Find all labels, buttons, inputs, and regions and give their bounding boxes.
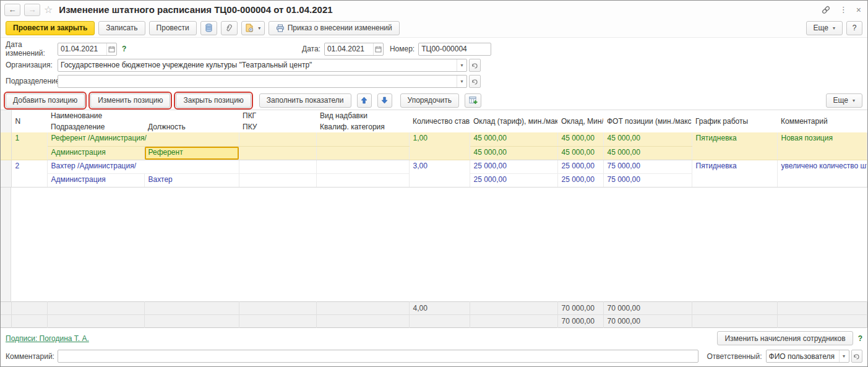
bonus-cell[interactable]: [316, 132, 409, 146]
fot-max-cell[interactable]: 45 000,00: [603, 146, 692, 160]
col-header-pkg[interactable]: ПКГ: [239, 110, 316, 121]
pick-from-list-button[interactable]: [465, 93, 481, 108]
document-register-button[interactable]: [200, 21, 217, 35]
comment-cell[interactable]: увеличено количество штатных единиц (+2): [777, 160, 867, 187]
pku-cell[interactable]: [239, 173, 316, 187]
col-header-dept[interactable]: Подразделение: [47, 121, 144, 132]
dept-cell[interactable]: Администрация: [47, 146, 144, 160]
qty-cell[interactable]: 1,00: [409, 132, 470, 160]
department-open-button[interactable]: [469, 75, 481, 88]
post-and-close-button[interactable]: Провести и закрыть: [6, 21, 95, 35]
position-cell[interactable]: Вахтер: [144, 173, 239, 187]
change-date-help-link[interactable]: ?: [122, 45, 126, 53]
col-header-position[interactable]: Должность: [144, 121, 239, 132]
change-date-field[interactable]: [58, 43, 117, 56]
change-date-input[interactable]: [58, 44, 106, 54]
schedule-cell[interactable]: Пятидневка: [692, 160, 777, 187]
fot-min-cell[interactable]: 75 000,00: [603, 160, 692, 173]
table-row[interactable]: 2 Вахтер /Администрация/ 3,00 25 000,00 …: [1, 160, 867, 173]
organization-field[interactable]: ▾: [58, 59, 467, 72]
salary-max-cell[interactable]: 25 000,00: [557, 173, 603, 187]
change-accruals-button[interactable]: Изменить начисления сотрудников: [717, 331, 853, 345]
tariff-min-cell[interactable]: 25 000,00: [470, 160, 557, 173]
col-header-qual[interactable]: Квалиф. категория: [316, 121, 409, 132]
move-up-button[interactable]: [357, 93, 372, 108]
move-down-button[interactable]: [377, 93, 392, 108]
tariff-max-cell[interactable]: 45 000,00: [470, 146, 557, 160]
comment-cell[interactable]: Новая позиция: [777, 132, 867, 160]
back-button[interactable]: ←: [4, 4, 20, 16]
col-header-qty[interactable]: Количество ставок: [409, 110, 470, 132]
col-header-name[interactable]: Наименование: [47, 110, 239, 121]
salary-max-cell[interactable]: 45 000,00: [557, 146, 603, 160]
qual-cell[interactable]: [316, 146, 409, 160]
signatures-link[interactable]: Подписи: Погодина Т. А.: [6, 334, 89, 343]
date-field[interactable]: [324, 43, 384, 56]
close-position-button[interactable]: Закрыть позицию: [176, 93, 251, 108]
kebab-menu-icon[interactable]: ⋮: [840, 5, 848, 14]
pkg-cell[interactable]: [239, 132, 316, 146]
col-header-fot[interactable]: ФОТ позиции (мин./макс.): [603, 110, 692, 132]
order-button[interactable]: Упорядочить: [400, 93, 459, 108]
create-based-on-button[interactable]: ▾: [241, 21, 265, 35]
organization-input[interactable]: [58, 60, 457, 71]
print-order-button[interactable]: Приказ о внесении изменений: [269, 21, 400, 35]
pku-cell[interactable]: [239, 146, 316, 160]
department-input[interactable]: [58, 76, 457, 87]
col-header-pku[interactable]: ПКУ: [239, 121, 316, 132]
attachments-button[interactable]: [221, 21, 238, 35]
row-number[interactable]: 2: [11, 160, 47, 187]
table-row[interactable]: 1 Референт /Администрация/ 1,00 45 000,0…: [1, 132, 867, 146]
tariff-min-cell[interactable]: 45 000,00: [470, 132, 557, 146]
organization-open-button[interactable]: [469, 59, 481, 72]
tariff-max-cell[interactable]: 25 000,00: [470, 173, 557, 187]
col-header-n[interactable]: N: [11, 110, 47, 132]
number-field[interactable]: [418, 43, 491, 56]
qty-cell[interactable]: 3,00: [409, 160, 470, 187]
col-header-schedule[interactable]: График работы: [692, 110, 777, 132]
save-button[interactable]: Записать: [98, 21, 145, 35]
edit-position-button[interactable]: Изменить позицию: [90, 93, 170, 108]
post-button[interactable]: Провести: [149, 21, 197, 35]
add-position-button[interactable]: Добавить позицию: [6, 93, 85, 108]
responsible-field[interactable]: ▾: [766, 350, 849, 363]
fot-min-cell[interactable]: 45 000,00: [603, 132, 692, 146]
position-name-cell[interactable]: Референт /Администрация/: [47, 132, 239, 146]
col-header-tariff[interactable]: Оклад (тариф), мин./макс.: [470, 110, 557, 132]
dept-cell[interactable]: Администрация: [47, 173, 144, 187]
schedule-cell[interactable]: Пятидневка: [692, 132, 777, 160]
row-number[interactable]: 1: [11, 132, 47, 160]
help-button[interactable]: ?: [846, 21, 862, 35]
row-marker[interactable]: [1, 160, 11, 187]
table-more-button[interactable]: Еще▾: [826, 93, 862, 108]
position-name-cell[interactable]: Вахтер /Администрация/: [47, 160, 239, 173]
fot-max-cell[interactable]: 75 000,00: [603, 173, 692, 187]
accruals-help-link[interactable]: ?: [858, 334, 862, 343]
chevron-down-icon[interactable]: ▾: [839, 350, 849, 362]
fill-indicators-button[interactable]: Заполнить показатели: [259, 93, 351, 108]
comment-field[interactable]: [58, 350, 698, 363]
close-icon[interactable]: ×: [856, 5, 861, 15]
col-header-bonus[interactable]: Вид надбавки: [316, 110, 409, 121]
number-input[interactable]: [419, 44, 491, 54]
salary-min-cell[interactable]: 25 000,00: [557, 160, 603, 173]
qual-cell[interactable]: [316, 173, 409, 187]
link-icon[interactable]: [821, 5, 831, 15]
chevron-down-icon[interactable]: ▾: [457, 76, 466, 87]
col-header-salary[interactable]: Оклад, Мин/Макс: [557, 110, 603, 132]
date-input[interactable]: [325, 44, 373, 54]
department-field[interactable]: ▾: [58, 75, 467, 88]
chevron-down-icon[interactable]: ▾: [457, 59, 466, 71]
calendar-icon[interactable]: [373, 43, 383, 55]
forward-button[interactable]: →: [24, 4, 40, 16]
col-header-comment[interactable]: Комментарий: [777, 110, 867, 132]
favorite-star-icon[interactable]: ☆: [44, 5, 53, 15]
position-cell-active[interactable]: Референт: [144, 146, 239, 160]
toolbar-more-button[interactable]: Еще▾: [806, 21, 843, 35]
row-marker[interactable]: [1, 132, 11, 160]
salary-min-cell[interactable]: 45 000,00: [557, 132, 603, 146]
bonus-cell[interactable]: [316, 160, 409, 173]
comment-input[interactable]: [58, 351, 698, 361]
responsible-open-button[interactable]: [851, 350, 862, 363]
pkg-cell[interactable]: [239, 160, 316, 173]
